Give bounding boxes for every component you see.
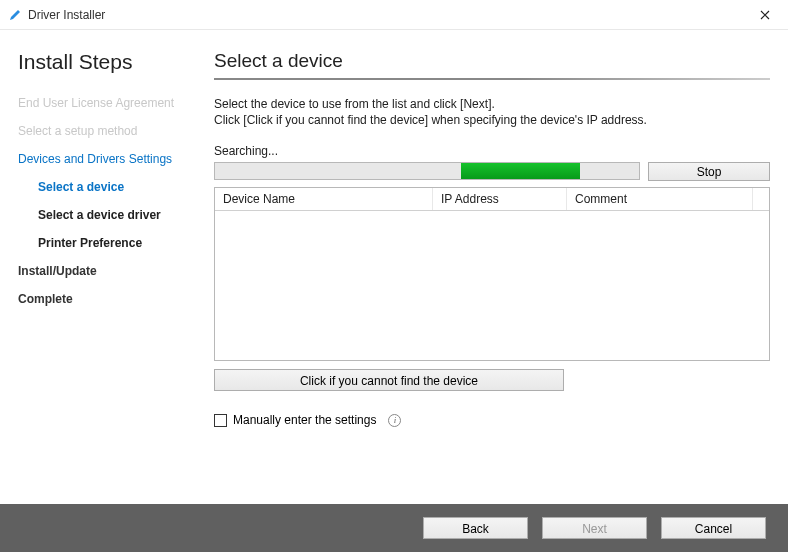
info-icon[interactable]: i	[388, 414, 401, 427]
footer: Back Next Cancel	[0, 504, 788, 552]
titlebar: Driver Installer	[0, 0, 788, 30]
next-button[interactable]: Next	[542, 517, 647, 539]
title-divider	[214, 78, 770, 80]
main-content: Select a device Select the device to use…	[202, 30, 788, 504]
manual-entry-checkbox[interactable]	[214, 414, 227, 427]
substep-select-device: Select a device	[38, 180, 188, 194]
sidebar-heading: Install Steps	[18, 50, 188, 74]
substep-printer-preference: Printer Preference	[38, 236, 188, 250]
cancel-button[interactable]: Cancel	[661, 517, 766, 539]
instruction-line-1: Select the device to use from the list a…	[214, 97, 495, 111]
col-spacer	[753, 188, 769, 210]
substep-select-driver: Select a device driver	[38, 208, 188, 222]
step-setup-method: Select a setup method	[18, 124, 188, 138]
app-icon	[8, 8, 22, 22]
cannot-find-device-button[interactable]: Click if you cannot find the device	[214, 369, 564, 391]
step-complete: Complete	[18, 292, 188, 306]
step-eula: End User License Agreement	[18, 96, 188, 110]
search-progress	[214, 162, 640, 180]
page-title: Select a device	[214, 50, 770, 72]
col-ip-address[interactable]: IP Address	[433, 188, 567, 210]
close-icon	[760, 10, 770, 20]
instruction-line-2: Click [Click if you cannot find the devi…	[214, 113, 647, 127]
window-title: Driver Installer	[28, 8, 750, 22]
searching-label: Searching...	[214, 144, 770, 158]
manual-entry-label: Manually enter the settings	[233, 413, 376, 427]
stop-button[interactable]: Stop	[648, 162, 770, 181]
col-comment[interactable]: Comment	[567, 188, 753, 210]
step-devices-drivers: Devices and Drivers Settings	[18, 152, 188, 166]
step-install-update: Install/Update	[18, 264, 188, 278]
manual-entry-row: Manually enter the settings i	[214, 413, 770, 427]
back-button[interactable]: Back	[423, 517, 528, 539]
col-device-name[interactable]: Device Name	[215, 188, 433, 210]
close-button[interactable]	[750, 0, 780, 30]
device-table[interactable]: Device Name IP Address Comment	[214, 187, 770, 361]
sidebar: Install Steps End User License Agreement…	[0, 30, 202, 504]
search-progress-fill	[461, 163, 580, 179]
table-header: Device Name IP Address Comment	[215, 188, 769, 211]
instructions: Select the device to use from the list a…	[214, 96, 770, 128]
